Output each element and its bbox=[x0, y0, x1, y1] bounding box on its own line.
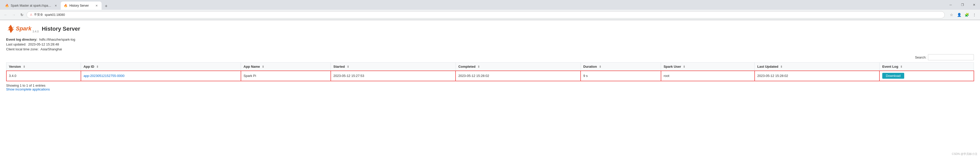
sort-duration-icon: ⇕ bbox=[599, 65, 601, 69]
browser-actions: ☆ 👤 🧩 ⋮ bbox=[948, 11, 978, 18]
last-updated-line: Last updated: 2023-05-12 15:28:48 bbox=[6, 42, 974, 46]
tab-label-history-server: History Server bbox=[69, 4, 89, 7]
security-icon: ⚠ bbox=[30, 13, 32, 16]
last-updated-value: 2023-05-12 15:28:48 bbox=[28, 42, 59, 46]
new-tab-button[interactable]: + bbox=[103, 3, 110, 10]
page-content: Spark 3.4.0 History Server Event log dir… bbox=[0, 20, 980, 148]
window-minimize-button[interactable]: ─ bbox=[945, 0, 956, 10]
header-row: Version ⇕ App ID ⇕ App Name ⇕ Started ⇕ … bbox=[6, 62, 974, 71]
back-button[interactable]: ← bbox=[2, 11, 9, 18]
cell-version: 3.4.0 bbox=[6, 71, 81, 81]
spark-header: Spark 3.4.0 History Server bbox=[6, 24, 974, 33]
address-bar[interactable]: ⚠ 不安全 spark01:18080 bbox=[27, 11, 945, 18]
timezone-value: Asia/Shanghai bbox=[41, 47, 62, 51]
col-app-name[interactable]: App Name ⇕ bbox=[241, 62, 331, 71]
sort-event-log-icon: ⇕ bbox=[900, 65, 902, 69]
cell-last-updated: 2023-05-12 15:28:02 bbox=[755, 71, 880, 81]
window-controls: ─ ❐ ✕ bbox=[945, 0, 980, 10]
last-updated-label: Last updated: bbox=[6, 42, 26, 46]
table-header: Version ⇕ App ID ⇕ App Name ⇕ Started ⇕ … bbox=[6, 62, 974, 71]
tab-label-spark-master: Spark Master at spark://spark... bbox=[11, 4, 52, 7]
event-log-dir-line: Event log directory: hdfs://lihaozhe/spa… bbox=[6, 38, 974, 41]
svg-marker-0 bbox=[7, 25, 14, 33]
cell-event-log: Download bbox=[880, 71, 974, 81]
sort-spark-user-icon: ⇕ bbox=[683, 65, 685, 69]
sort-started-icon: ⇕ bbox=[347, 65, 349, 69]
spark-logo-text: Spark bbox=[6, 24, 32, 33]
info-section: Event log directory: hdfs://lihaozhe/spa… bbox=[6, 38, 974, 51]
col-event-log-label: Event Log bbox=[882, 65, 898, 69]
tab-spark-master[interactable]: 🔥 Spark Master at spark://spark... ✕ bbox=[2, 2, 61, 10]
col-spark-user[interactable]: Spark User ⇕ bbox=[661, 62, 755, 71]
tab-close-history-server[interactable]: ✕ bbox=[94, 3, 99, 8]
cell-app-id: app-20230512152755-0000 bbox=[81, 71, 241, 81]
spark-logo: Spark 3.4.0 bbox=[6, 24, 39, 33]
sort-version-icon: ⇕ bbox=[23, 65, 25, 69]
cell-app-name: Spark Pi bbox=[241, 71, 331, 81]
cell-spark-user: root bbox=[661, 71, 755, 81]
col-version-label: Version bbox=[9, 65, 21, 69]
search-bar: Search: bbox=[6, 54, 974, 60]
col-app-id-label: App ID bbox=[83, 65, 94, 69]
entries-text: Showing 1 to 1 of 1 entries bbox=[6, 84, 974, 88]
col-version[interactable]: Version ⇕ bbox=[6, 62, 81, 71]
search-label: Search: bbox=[915, 56, 926, 59]
address-text: spark01:18080 bbox=[45, 13, 65, 17]
browser-controls: ← → ↻ ⚠ 不安全 spark01:18080 ☆ 👤 🧩 ⋮ bbox=[0, 10, 980, 20]
sort-completed-icon: ⇕ bbox=[477, 65, 480, 69]
window-close-button[interactable]: ✕ bbox=[968, 0, 980, 10]
event-log-dir-label: Event log directory: bbox=[6, 38, 37, 41]
security-label: 不安全 bbox=[34, 13, 43, 17]
timezone-line: Client local time zone: Asia/Shanghai bbox=[6, 47, 974, 51]
cell-completed: 2023-05-12 15:28:02 bbox=[455, 71, 581, 81]
timezone-label: Client local time zone: bbox=[6, 47, 38, 51]
sort-app-id-icon: ⇕ bbox=[96, 65, 99, 69]
page-title: History Server bbox=[42, 26, 80, 32]
col-spark-user-label: Spark User bbox=[663, 65, 681, 69]
extension-button[interactable]: 🧩 bbox=[963, 11, 970, 18]
col-last-updated[interactable]: Last Updated ⇕ bbox=[755, 62, 880, 71]
cell-started: 2023-05-12 15:27:53 bbox=[331, 71, 456, 81]
col-completed-label: Completed bbox=[458, 65, 476, 69]
sort-last-updated-icon: ⇕ bbox=[780, 65, 783, 69]
event-log-dir-value: hdfs://lihaozhe/spark-log bbox=[39, 38, 75, 41]
col-completed[interactable]: Completed ⇕ bbox=[455, 62, 581, 71]
col-app-name-label: App Name bbox=[243, 65, 260, 69]
tab-close-spark-master[interactable]: ✕ bbox=[54, 3, 58, 8]
show-incomplete-link[interactable]: Show incomplete applications bbox=[6, 88, 50, 91]
tab-favicon-history-server: 🔥 bbox=[64, 4, 67, 7]
col-started[interactable]: Started ⇕ bbox=[331, 62, 456, 71]
col-duration[interactable]: Duration ⇕ bbox=[581, 62, 661, 71]
table-footer: Showing 1 to 1 of 1 entries Show incompl… bbox=[6, 84, 974, 91]
applications-table: Version ⇕ App ID ⇕ App Name ⇕ Started ⇕ … bbox=[6, 62, 974, 81]
table-body: 3.4.0 app-20230512152755-0000 Spark Pi 2… bbox=[6, 71, 974, 81]
cell-duration: 9 s bbox=[581, 71, 661, 81]
window-restore-button[interactable]: ❐ bbox=[956, 0, 968, 10]
menu-button[interactable]: ⋮ bbox=[971, 11, 978, 18]
reload-button[interactable]: ↻ bbox=[18, 11, 25, 18]
forward-button[interactable]: → bbox=[10, 11, 18, 18]
col-event-log[interactable]: Event Log ⇕ bbox=[880, 62, 974, 71]
col-app-id[interactable]: App ID ⇕ bbox=[81, 62, 241, 71]
spark-version: 3.4.0 bbox=[32, 30, 38, 33]
table-row: 3.4.0 app-20230512152755-0000 Spark Pi 2… bbox=[6, 71, 974, 81]
col-last-updated-label: Last Updated bbox=[757, 65, 778, 69]
bookmark-star-button[interactable]: ☆ bbox=[948, 11, 955, 18]
col-duration-label: Duration bbox=[584, 65, 597, 69]
search-input[interactable] bbox=[928, 54, 974, 60]
app-id-link[interactable]: app-20230512152755-0000 bbox=[83, 74, 124, 78]
tab-history-server[interactable]: 🔥 History Server ✕ bbox=[61, 2, 102, 10]
profile-button[interactable]: 👤 bbox=[956, 11, 963, 18]
sort-app-name-icon: ⇕ bbox=[262, 65, 264, 69]
col-started-label: Started bbox=[333, 65, 345, 69]
tab-favicon-spark-master: 🔥 bbox=[5, 4, 9, 7]
download-button[interactable]: Download bbox=[882, 73, 904, 79]
